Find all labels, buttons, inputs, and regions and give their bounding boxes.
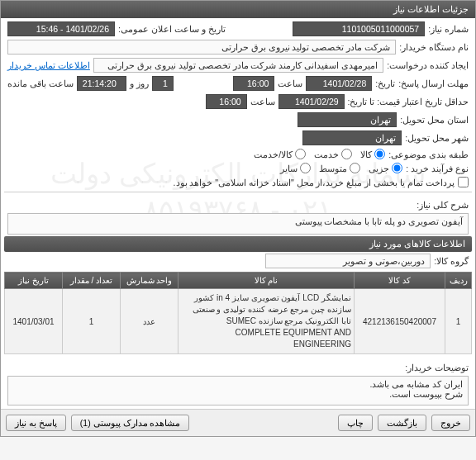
radio-group-buy: جزیی متوسط سایر (280, 163, 402, 173)
row-valid: حداقل تاریخ اعتبار قیمت: تا تاریخ: 1401/… (4, 92, 472, 111)
print-button[interactable]: چاپ (338, 415, 373, 431)
exit-button[interactable]: خروج (431, 415, 470, 431)
field-remain-days: 1 (152, 76, 174, 91)
label-creator: ایجاد کننده درخواست: (387, 60, 469, 70)
th-name: نام کالا (178, 273, 355, 289)
label-buyer-notes: توضیحات خریدار: (405, 359, 469, 372)
label-need-desc: شرح کلی نیاز: (416, 197, 469, 210)
row-goods-group: گروه کالا: دوربین،صوتی و تصویر (4, 252, 472, 270)
radio-service-label: خدمت (314, 149, 339, 159)
radio-small-label: جزیی (369, 164, 389, 173)
radio-other-label: سایر (280, 164, 298, 173)
row-need-no: شماره نیاز: 1101005011000057 تاریخ و ساع… (4, 20, 472, 38)
label-min-valid: حداقل تاریخ اعتبار قیمت: تا تاریخ: (348, 97, 469, 107)
label-deadline: مهلت ارسال پاسخ: (398, 78, 469, 88)
label-hour-word-2: ساعت (250, 97, 275, 107)
row-need-desc: شرح کلی نیاز: آیفون تصویری دو پله تابا ب… (4, 195, 472, 236)
goods-table: ردیف کد کالا نام کالا واحد شمارش تعداد /… (4, 272, 472, 354)
th-date: تاریخ نیاز (5, 273, 63, 289)
label-need-no: شماره نیاز: (428, 24, 469, 34)
label-goods-group: گروه کالا: (434, 256, 469, 266)
th-code: کد کالا (355, 273, 445, 289)
th-unit: واحد شمارش (121, 273, 178, 289)
respond-button[interactable]: پاسخ به نیاز (6, 415, 66, 431)
field-buyer-notes: ایران کد مشابه می باشد. شرح بپیوست است. (7, 376, 469, 405)
cell-unit: عدد (121, 289, 178, 354)
field-remain-time: 21:14:20 (77, 76, 126, 91)
label-province: استان محل تحویل: (400, 115, 469, 125)
label-buy-type: نوع فرآیند خرید : (406, 164, 469, 173)
radio-small[interactable]: جزیی (369, 163, 402, 173)
content-area: سامانه تدارکات الکترونیکی دولت ۰۲۱ - ۸۵۱… (1, 18, 475, 409)
label-day-hour: روز و (130, 78, 149, 88)
cell-row: 1 (445, 289, 472, 354)
radio-other-input[interactable] (300, 163, 311, 173)
field-need-desc: آیفون تصویری دو پله تابا با مشخصات پیوست… (7, 213, 469, 235)
radio-group-category: کالا خدمت کالا/خدمت (254, 149, 385, 159)
radio-goods-label: کالا (360, 149, 372, 159)
footer: خروج بازگشت چاپ مشاهده مدارک پیوستی (1) … (1, 409, 475, 436)
radio-small-input[interactable] (392, 163, 402, 173)
separator-1 (4, 192, 472, 192)
check-pay-note-label: پرداخت تمام یا بخشی از مبلغ خرید،از محل … (174, 178, 455, 187)
check-pay-note-input[interactable] (458, 177, 469, 187)
field-announce: 1401/02/26 - 15:46 (7, 21, 115, 36)
field-deadline-date: 1401/02/28 (306, 76, 372, 91)
radio-medium[interactable]: متوسط (319, 163, 360, 173)
attachments-button[interactable]: مشاهده مدارک پیوستی (1) (71, 415, 190, 431)
radio-other[interactable]: سایر (280, 163, 311, 173)
row-buy-type: نوع فرآیند خرید : جزیی متوسط سایر پرداخت… (4, 161, 472, 189)
field-valid-time: 16:00 (206, 94, 247, 109)
table-row: 1 4212136150420007 نمایشگر LCD آیفون تصو… (5, 289, 472, 354)
check-pay-note[interactable]: پرداخت تمام یا بخشی از مبلغ خرید،از محل … (174, 177, 469, 187)
radio-medium-input[interactable] (350, 163, 360, 173)
cell-date: 1401/03/01 (5, 289, 63, 354)
table-header-row: ردیف کد کالا نام کالا واحد شمارش تعداد /… (5, 273, 472, 289)
field-creator: امیرمهدی اسفیدانی کارمند شرکت مادر تخصصی… (93, 58, 383, 73)
field-deadline-time: 16:00 (233, 76, 274, 91)
radio-service-input[interactable] (341, 149, 352, 159)
radio-medium-label: متوسط (319, 164, 347, 173)
radio-service[interactable]: خدمت (314, 149, 352, 159)
field-province: تهران (298, 112, 397, 127)
row-deadline: مهلت ارسال پاسخ: تاریخ: 1401/02/28 ساعت … (4, 74, 472, 92)
label-buyer: نام دستگاه خریدار: (399, 42, 469, 52)
radio-goods[interactable]: کالا (360, 149, 385, 159)
label-city: شهر محل تحویل: (405, 133, 469, 143)
field-buyer: شرکت مادر تخصصی تولید نیروی برق حرارتی (7, 40, 396, 55)
label-category: طبقه بندی موضوعی: (388, 149, 469, 159)
label-date-word: تاریخ: (375, 78, 395, 88)
window-title: جزئیات اطلاعات نیاز (393, 4, 469, 14)
label-hour-word-1: ساعت (278, 78, 302, 88)
link-contact[interactable]: اطلاعات تماس خریدار (7, 60, 90, 70)
radio-both[interactable]: کالا/خدمت (254, 149, 306, 159)
row-province: استان محل تحویل: تهران (4, 111, 472, 129)
radio-both-label: کالا/خدمت (254, 149, 293, 159)
field-goods-group: دوربین،صوتی و تصویر (265, 254, 431, 268)
th-row: ردیف (445, 273, 472, 289)
row-city: شهر محل تحویل: تهران (4, 129, 472, 147)
titlebar: جزئیات اطلاعات نیاز (1, 1, 475, 18)
cell-code: 4212136150420007 (355, 289, 445, 354)
window: جزئیات اطلاعات نیاز سامانه تدارکات الکتر… (0, 0, 476, 437)
field-city: تهران (302, 130, 402, 145)
label-announce: تاریخ و ساعت اعلان عمومی: (118, 24, 226, 34)
th-qty: تعداد / مقدار (63, 273, 121, 289)
cell-name: نمایشگر LCD آیفون تصویری سایز in 4 کشور … (178, 289, 355, 354)
label-remaining: ساعت باقی مانده (7, 78, 74, 88)
cell-qty: 1 (63, 289, 121, 354)
row-category: طبقه بندی موضوعی: کالا خدمت کالا/خدمت (4, 147, 472, 161)
back-button[interactable]: بازگشت (378, 415, 426, 431)
header-goods-info: اطلاعات کالاهای مورد نیاز (4, 236, 472, 252)
field-need-no: 1101005011000057 (293, 21, 425, 36)
row-buyer-notes: توضیحات خریدار: ایران کد مشابه می باشد. … (4, 358, 472, 407)
row-creator: ایجاد کننده درخواست: امیرمهدی اسفیدانی ک… (4, 56, 472, 74)
radio-both-input[interactable] (295, 149, 306, 159)
field-valid-date: 1401/02/29 (278, 94, 345, 109)
row-buyer: نام دستگاه خریدار: شرکت مادر تخصصی تولید… (4, 38, 472, 56)
radio-goods-input[interactable] (374, 149, 385, 159)
